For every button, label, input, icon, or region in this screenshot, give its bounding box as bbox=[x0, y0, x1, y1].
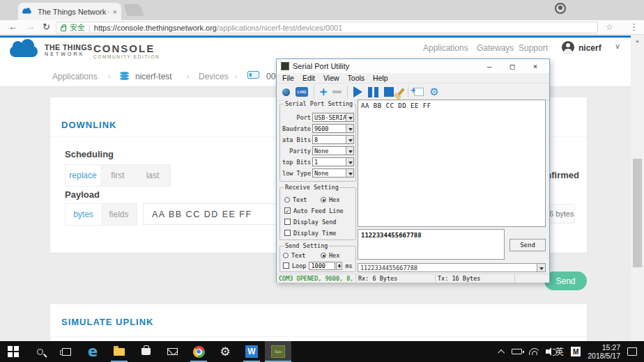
stopbits-select[interactable]: 1 bbox=[312, 157, 354, 166]
send-history-combo[interactable]: 1122334455667788 bbox=[358, 263, 546, 272]
log-icon[interactable]: LOG bbox=[296, 87, 308, 97]
browser-profile-icon[interactable] bbox=[555, 3, 566, 14]
dropdown-arrow-icon[interactable] bbox=[346, 125, 353, 132]
user-avatar[interactable] bbox=[562, 41, 574, 54]
dropdown-arrow-icon[interactable] bbox=[537, 264, 545, 272]
tab-title: The Things Network C bbox=[38, 8, 109, 16]
flowtype-label: Flow Type bbox=[282, 170, 311, 177]
bookmark-star-icon[interactable]: ☆ bbox=[606, 22, 613, 32]
receive-data-area[interactable]: AA BB CC DD EE FF bbox=[358, 100, 546, 227]
taskbar-chrome[interactable] bbox=[185, 341, 212, 362]
close-button[interactable]: × bbox=[526, 62, 545, 71]
parity-select[interactable]: None bbox=[312, 146, 354, 155]
send-text-radio[interactable] bbox=[283, 253, 289, 258]
taskbar-file-explorer[interactable] bbox=[106, 341, 132, 362]
back-button[interactable]: ← bbox=[8, 22, 17, 32]
wifi-icon[interactable] bbox=[529, 348, 539, 355]
minimize-button[interactable]: — bbox=[480, 62, 499, 71]
taskbar-mail[interactable] bbox=[159, 341, 185, 362]
screen: The Things Network C × ← → ↻ 安全 | https:… bbox=[0, 0, 644, 362]
task-view-button[interactable] bbox=[53, 341, 79, 362]
loop-interval-input[interactable]: 1000 bbox=[309, 262, 335, 270]
loop-checkbox[interactable] bbox=[283, 262, 289, 269]
downlink-send-button[interactable]: Send bbox=[544, 272, 587, 290]
browser-menu-icon[interactable]: ⋮ bbox=[629, 22, 638, 32]
send-hex-radio[interactable] bbox=[321, 253, 326, 258]
send-data-area[interactable]: 1122334455667788 bbox=[358, 229, 505, 260]
scheduling-option-replace[interactable]: replace bbox=[66, 165, 100, 186]
user-name[interactable]: nicerf bbox=[578, 43, 601, 53]
breadcrumb-applications[interactable]: Applications bbox=[52, 72, 98, 81]
start-button[interactable] bbox=[0, 341, 26, 362]
payload-option-bytes[interactable]: bytes bbox=[66, 204, 101, 225]
menu-tools[interactable]: Tools bbox=[348, 74, 365, 82]
dropdown-arrow-icon[interactable] bbox=[346, 113, 353, 121]
start-icon[interactable] bbox=[353, 86, 362, 97]
breadcrumb-separator: › bbox=[235, 72, 238, 80]
edge-icon: e bbox=[88, 345, 98, 359]
taskbar-serial-port-utility[interactable]: Spu bbox=[265, 341, 291, 362]
breadcrumb-app-name[interactable]: nicerf-test bbox=[135, 72, 172, 81]
breadcrumb-devices[interactable]: Devices bbox=[199, 72, 229, 81]
tray-chevron-up-icon[interactable] bbox=[498, 349, 505, 356]
auto-feed-line-checkbox[interactable]: ✓ bbox=[284, 207, 291, 214]
dropdown-arrow-icon[interactable] bbox=[346, 158, 353, 166]
browser-tab[interactable]: The Things Network C × bbox=[18, 3, 121, 20]
ttn-logo-cloud-icon[interactable] bbox=[10, 46, 38, 57]
user-menu-chevron-down-icon[interactable]: ∨ bbox=[615, 42, 620, 51]
display-send-checkbox[interactable] bbox=[284, 219, 291, 225]
menu-view[interactable]: View bbox=[323, 74, 339, 82]
remove-icon[interactable] bbox=[332, 90, 342, 93]
port-select[interactable]: USB-SERIA bbox=[312, 113, 354, 122]
page-scrollbar-thumb[interactable] bbox=[633, 159, 642, 267]
spinner-arrows-icon[interactable] bbox=[336, 262, 342, 270]
display-time-checkbox[interactable] bbox=[284, 230, 291, 236]
taskbar-settings[interactable]: ⚙ bbox=[212, 341, 238, 362]
stop-icon[interactable] bbox=[384, 87, 394, 97]
taskbar-edge[interactable]: e bbox=[79, 341, 106, 362]
connect-icon[interactable] bbox=[282, 88, 290, 96]
clear-broom-icon[interactable] bbox=[397, 88, 405, 97]
flowtype-select[interactable]: None bbox=[312, 168, 354, 178]
taskbar-word[interactable]: W bbox=[238, 341, 265, 362]
dropdown-arrow-icon[interactable] bbox=[346, 147, 353, 155]
action-center-icon[interactable] bbox=[627, 347, 637, 356]
menu-file[interactable]: File bbox=[282, 74, 294, 82]
maximize-button[interactable]: □ bbox=[503, 62, 522, 71]
battery-icon[interactable] bbox=[512, 349, 522, 354]
toolbar-separator bbox=[347, 86, 348, 98]
serial-send-button[interactable]: Send bbox=[509, 239, 546, 251]
receive-text-radio[interactable] bbox=[284, 197, 290, 203]
taskbar-store[interactable] bbox=[132, 341, 159, 362]
dropdown-arrow-icon[interactable] bbox=[346, 169, 353, 177]
scheduling-option-last[interactable]: last bbox=[135, 165, 170, 186]
receive-hex-radio[interactable] bbox=[321, 197, 326, 203]
menu-edit[interactable]: Edit bbox=[302, 74, 315, 82]
dropdown-arrow-icon[interactable] bbox=[346, 136, 353, 143]
databits-select[interactable]: 8 bbox=[312, 135, 354, 144]
new-tab-button[interactable] bbox=[123, 4, 144, 16]
forward-button[interactable]: → bbox=[26, 22, 35, 32]
speaker-icon[interactable] bbox=[546, 349, 549, 354]
window-title-bar[interactable]: Serial Port Utility — □ × bbox=[277, 59, 549, 73]
new-window-icon[interactable] bbox=[414, 88, 424, 96]
settings-gear-icon[interactable]: ⚙ bbox=[429, 87, 438, 97]
menu-help[interactable]: Help bbox=[373, 74, 388, 82]
add-icon[interactable]: + bbox=[320, 87, 327, 97]
pause-icon[interactable] bbox=[368, 87, 378, 97]
taskbar-clock[interactable]: 15:27 2018/5/17 bbox=[588, 343, 620, 360]
nav-support[interactable]: Support bbox=[519, 43, 548, 53]
payload-option-fields[interactable]: fields bbox=[101, 204, 137, 225]
nav-applications[interactable]: Applications bbox=[423, 43, 468, 53]
ime-mode-badge[interactable]: M bbox=[571, 347, 581, 356]
scheduling-option-first[interactable]: first bbox=[100, 165, 135, 186]
reload-button[interactable]: ↻ bbox=[43, 22, 50, 32]
address-bar[interactable]: 安全 | https://console.thethingsnetwork.or… bbox=[56, 22, 598, 33]
scrollbar-up-icon[interactable]: ▲ bbox=[635, 38, 640, 43]
taskbar-search-button[interactable] bbox=[26, 341, 53, 362]
tab-close-icon[interactable]: × bbox=[113, 8, 117, 16]
nav-gateways[interactable]: Gateways bbox=[477, 43, 514, 53]
baudrate-select[interactable]: 9600 bbox=[312, 124, 354, 133]
security-label: 安全 bbox=[70, 22, 85, 33]
ime-language-indicator[interactable]: 英 bbox=[555, 346, 564, 358]
